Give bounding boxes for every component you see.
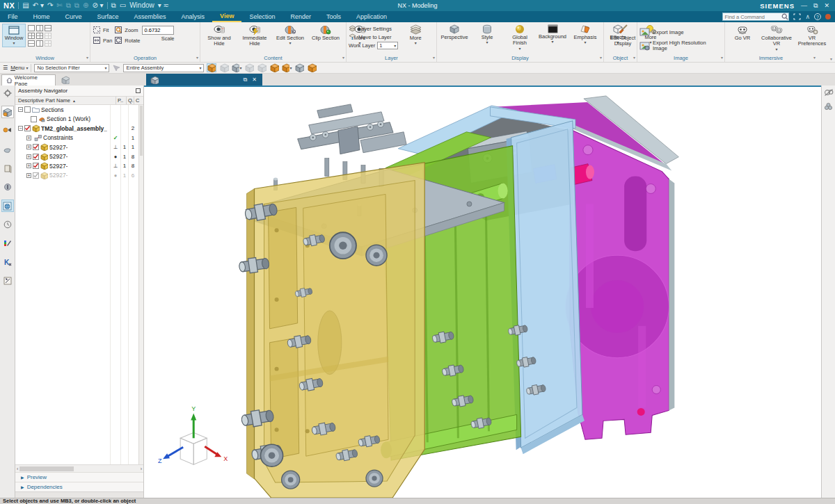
group-dialog-caret[interactable]: ▾ [86, 54, 88, 62]
checkbox-checked[interactable] [33, 163, 39, 169]
export-hires-image-button[interactable]: Export High Resolution Image [639, 40, 717, 51]
layout-hsplit2-icon[interactable] [28, 40, 35, 47]
export-image-button[interactable]: Export Image [639, 27, 717, 37]
expand-icon[interactable]: + [26, 136, 31, 140]
graphics-window[interactable]: Y Z X [144, 86, 821, 498]
scale-input[interactable] [142, 26, 174, 35]
welcome-page-tab[interactable]: Welcome Page [1, 74, 56, 86]
history-icon[interactable] [1, 218, 14, 231]
edit-object-display-button[interactable]: Edit Object Display [606, 24, 639, 48]
preview-section[interactable]: ▶Preview [15, 472, 143, 482]
snapshot-icon[interactable] [207, 63, 216, 72]
assembly-navigator-icon[interactable] [1, 106, 14, 118]
move-to-layer-button[interactable]: Move to Layer [349, 33, 398, 40]
tab-application[interactable]: Application [349, 11, 395, 22]
hide-icon[interactable]: ⊘ ▾ [92, 1, 103, 10]
window-button[interactable]: Window▾ [2, 24, 26, 47]
collaborative-vr-button[interactable]: Collaborative VR▾ [760, 24, 793, 52]
tree-row-component-unloaded[interactable]: + 52927- ● 1 6 [15, 171, 143, 181]
close-button[interactable]: ✕ [824, 2, 829, 9]
style-button[interactable]: Style▾ [472, 24, 502, 46]
clip-section-button[interactable]: Clip Section [309, 24, 342, 42]
collapse-icon[interactable]: − [18, 126, 23, 131]
minimize-button[interactable]: — [801, 2, 807, 9]
close-view-icon[interactable]: ✕ [250, 76, 258, 83]
expand-icon[interactable]: + [26, 145, 31, 149]
layer-settings-button[interactable]: Layer Settings [349, 25, 398, 32]
save-icon[interactable]: ▤ [22, 1, 29, 10]
orientation-triad[interactable]: Y Z X [158, 405, 228, 464]
vr-preferences-button[interactable]: VR Preferences [795, 24, 829, 48]
reuse-library-icon[interactable] [1, 162, 14, 174]
tab-assemblies[interactable]: Assemblies [127, 11, 174, 22]
spheres-icon[interactable] [824, 102, 833, 111]
tab-render[interactable]: Render [283, 11, 319, 22]
layout-hsplit-icon[interactable] [45, 25, 51, 31]
layout-vsplit2-icon[interactable] [36, 40, 43, 47]
show-and-hide-button[interactable]: Show and Hide [202, 24, 236, 48]
rotate-button[interactable]: Rotate [114, 36, 140, 44]
layout-single-icon[interactable] [28, 25, 35, 31]
presence-icon[interactable] [825, 14, 831, 19]
wave-geometry-icon[interactable] [294, 63, 304, 72]
tab-selection[interactable]: Selection [241, 11, 283, 22]
immediate-hide-button[interactable]: Immediate Hide [238, 24, 271, 48]
checkbox-checked[interactable] [33, 154, 39, 160]
tab-curve[interactable]: Curve [58, 11, 90, 22]
tree-row-sections[interactable]: − Sections [15, 105, 143, 115]
fit-button[interactable]: Fit [93, 26, 112, 34]
background-button[interactable]: Background▾ [537, 24, 568, 45]
selection-filter-select[interactable]: No Selection Filter▾ [34, 64, 109, 72]
process-studio-icon[interactable] [1, 237, 14, 250]
layout-six-icon[interactable] [36, 33, 43, 39]
roles-gear-icon[interactable] [1, 87, 14, 99]
redo-icon[interactable]: ↷ [47, 1, 53, 10]
pan-button[interactable]: Pan [93, 36, 112, 44]
ribbon-overflow-caret[interactable]: ▾ [830, 56, 832, 61]
assembly-constraints-icon[interactable]: ▾ [232, 63, 241, 72]
command-finder[interactable] [722, 13, 789, 21]
tree-row-assembly-root[interactable]: − TM2_global_assembly_ 2 [15, 124, 143, 133]
tree-horizontal-scrollbar[interactable]: ‹› [15, 464, 143, 472]
minimize-ribbon-icon[interactable]: ∧ [805, 13, 810, 20]
perspective-button[interactable]: Perspective [439, 24, 470, 41]
constraint-navigator-icon[interactable] [1, 124, 14, 137]
window-icon[interactable]: ▭ [120, 1, 126, 10]
mold-assembly-model[interactable]: Y Z X [144, 87, 821, 498]
undock-icon[interactable] [136, 88, 141, 93]
manage-icon[interactable]: K [1, 256, 14, 268]
add-component-icon[interactable] [269, 63, 279, 72]
window-menu[interactable]: Window [129, 1, 154, 10]
layer-more-button[interactable]: More▾ [400, 24, 431, 47]
restore-view-icon[interactable]: ⧉ [242, 76, 249, 83]
tab-view[interactable]: View [212, 11, 241, 22]
go-vr-button[interactable]: Go VR [727, 24, 758, 42]
restore-button[interactable]: ⧉ [813, 2, 818, 10]
tree-row-component[interactable]: + 52927- ● 1 8 [15, 152, 143, 162]
undo-icon[interactable]: ↶ ▾ [33, 1, 44, 10]
select-from-list-icon[interactable] [112, 64, 120, 72]
tab-analysis[interactable]: Analysis [174, 11, 213, 22]
fullscreen-icon[interactable] [793, 13, 801, 20]
active-part-tab[interactable]: ⧉ ✕ [146, 74, 262, 86]
part-tab-icon[interactable] [61, 76, 70, 84]
new-component-icon[interactable]: ▾ [282, 63, 292, 72]
dependencies-section[interactable]: ▶Dependencies [15, 482, 143, 491]
assembly-scope-select[interactable]: Entire Assembly▾ [123, 64, 204, 72]
checkbox-checked[interactable] [33, 144, 39, 150]
collapse-icon[interactable]: − [18, 107, 23, 112]
menu-button[interactable]: MMenuenu ▾ [10, 65, 28, 71]
tree-row-component[interactable]: + 52927- ⊥ 1 1 [15, 143, 143, 152]
expand-icon[interactable]: + [26, 163, 31, 168]
system-tools-icon[interactable] [1, 275, 14, 287]
tree-vertical-scrollbar[interactable] [138, 105, 143, 464]
hide-glasses-icon[interactable] [824, 88, 834, 97]
checkbox-unchecked[interactable] [31, 116, 37, 122]
checkbox-unchecked[interactable] [24, 106, 31, 113]
column-descriptive-part-name[interactable]: Descriptive Part Name▲ [15, 97, 116, 104]
tab-surface[interactable]: Surface [90, 11, 127, 22]
web-browser-icon[interactable] [1, 200, 14, 212]
column-count[interactable]: C [134, 97, 143, 104]
window-menu-caret[interactable]: ▾ ≂ [158, 1, 169, 10]
work-layer-select[interactable]: 1▾ [377, 42, 398, 49]
